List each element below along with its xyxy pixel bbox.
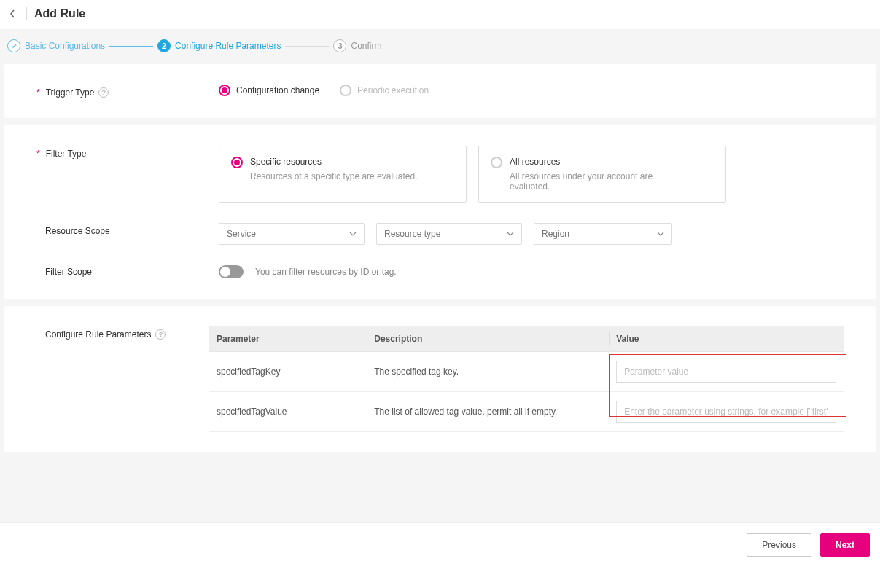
help-icon[interactable]: ?	[155, 329, 166, 340]
resource-type-select[interactable]: Resource type	[376, 223, 522, 245]
chevron-down-icon	[657, 232, 664, 236]
filter-scope-hint: You can filter resources by ID or tag.	[255, 267, 397, 277]
card-subtitle: All resources under your account are eva…	[510, 171, 689, 192]
header-divider	[26, 7, 27, 20]
page-title: Add Rule	[34, 7, 85, 20]
step-basic-configurations[interactable]: Basic Configurations	[7, 39, 105, 52]
card-title: All resources	[510, 157, 689, 167]
resource-scope-label: Resource Scope	[45, 226, 110, 236]
step-label: Confirm	[351, 41, 381, 51]
th-parameter: Parameter	[209, 326, 367, 352]
configure-rule-parameters-label: Configure Rule Parameters	[45, 329, 151, 340]
required-marker: *	[36, 149, 40, 159]
chevron-down-icon	[349, 232, 357, 236]
step-label: Configure Rule Parameters	[175, 41, 281, 51]
back-button[interactable]	[6, 7, 19, 20]
wizard-stepper: Basic Configurations 2 Configure Rule Pa…	[4, 29, 876, 64]
step-connector	[109, 46, 153, 47]
step-label: Basic Configurations	[25, 41, 105, 51]
step-confirm[interactable]: 3 Confirm	[333, 39, 381, 52]
filter-all-resources-card[interactable]: All resources All resources under your a…	[478, 146, 726, 203]
table-row: specifiedTagKey The specified tag key.	[209, 352, 844, 392]
radio-label: Periodic execution	[357, 85, 429, 95]
filter-type-label: Filter Type	[46, 149, 87, 159]
step-number-icon: 3	[333, 39, 346, 52]
select-placeholder: Region	[542, 229, 569, 239]
param-name: specifiedTagValue	[209, 392, 367, 432]
radio-unselected-icon	[340, 85, 351, 96]
select-placeholder: Resource type	[384, 229, 440, 239]
trigger-type-label: Trigger Type	[46, 87, 95, 98]
param-desc: The list of allowed tag value, permit al…	[367, 392, 609, 432]
radio-label: Configuration change	[236, 85, 319, 95]
param-name: specifiedTagKey	[209, 352, 367, 392]
th-value: Value	[609, 326, 844, 352]
step-number-icon: 2	[157, 39, 171, 52]
button-label: Previous	[762, 540, 796, 550]
card-subtitle: Resources of a specific type are evaluat…	[250, 171, 417, 181]
filter-scope-label: Filter Scope	[45, 267, 92, 277]
filter-specific-resources-card[interactable]: Specific resources Resources of a specif…	[219, 146, 467, 203]
filter-scope-toggle[interactable]	[219, 265, 244, 278]
check-icon	[7, 39, 20, 52]
button-label: Next	[836, 540, 854, 550]
parameters-table: Parameter Description Value specifiedTag…	[209, 326, 844, 432]
radio-unselected-icon	[491, 157, 502, 168]
region-select[interactable]: Region	[534, 223, 672, 245]
card-title: Specific resources	[250, 157, 417, 167]
radio-selected-icon	[219, 85, 230, 96]
chevron-left-icon	[9, 9, 16, 19]
th-description: Description	[367, 326, 609, 352]
next-button[interactable]: Next	[820, 533, 870, 557]
help-icon[interactable]: ?	[98, 87, 109, 98]
select-placeholder: Service	[227, 229, 256, 239]
required-marker: *	[36, 87, 40, 98]
chevron-down-icon	[507, 232, 514, 236]
service-select[interactable]: Service	[219, 223, 365, 245]
trigger-periodic-execution-radio[interactable]: Periodic execution	[340, 85, 429, 96]
trigger-configuration-change-radio[interactable]: Configuration change	[219, 85, 319, 96]
table-row: specifiedTagValue The list of allowed ta…	[209, 392, 844, 432]
previous-button[interactable]: Previous	[747, 533, 811, 557]
step-connector	[285, 46, 329, 47]
param-value-input[interactable]	[616, 401, 836, 423]
step-configure-rule-parameters[interactable]: 2 Configure Rule Parameters	[157, 39, 281, 52]
param-desc: The specified tag key.	[367, 352, 609, 392]
radio-selected-icon	[231, 157, 243, 168]
param-value-input[interactable]	[616, 361, 836, 383]
